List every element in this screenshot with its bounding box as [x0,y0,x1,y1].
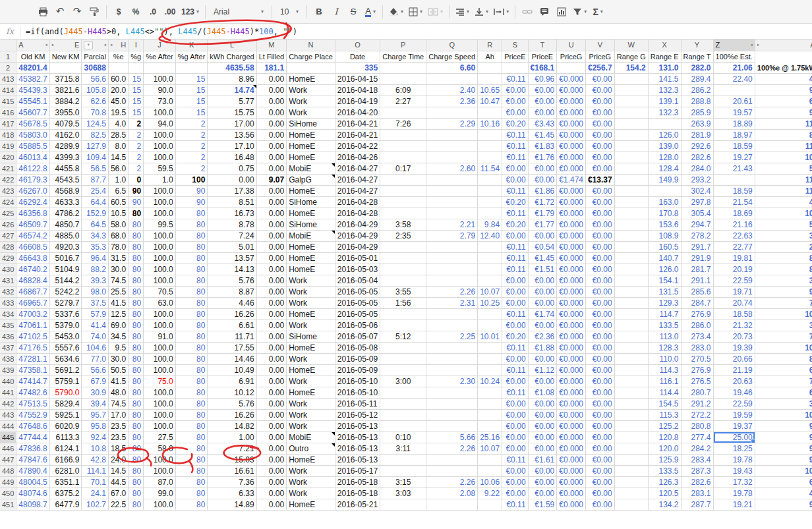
cell[interactable] [380,499,426,510]
cell[interactable]: €0.96 [528,73,557,84]
cell[interactable]: €0.00 [502,230,528,241]
cell[interactable]: 6.3 [755,387,812,398]
cell[interactable]: 88.2 [82,264,109,275]
cell[interactable] [478,387,502,398]
cell[interactable]: 95.8 [82,420,109,432]
cell[interactable]: €1.474 [557,174,586,185]
cell[interactable]: 126.0 [648,129,681,140]
cell[interactable]: 80 [175,476,208,487]
column-header-H[interactable]: ▸H [108,40,128,51]
cell[interactable]: 80 [175,409,208,420]
column-header-dropdown[interactable]: ▾◂ [82,40,109,51]
cell[interactable]: 163.0 [648,196,681,208]
vertical-align-icon[interactable]: ▾ [473,4,490,20]
cell[interactable]: SiHome [287,196,335,208]
cell[interactable]: €0.000 [557,387,586,398]
cell[interactable]: 47836.8 [16,443,49,454]
cell[interactable]: 8.51 [208,196,256,208]
cell[interactable]: 100.0 [144,264,176,275]
cell[interactable]: 0.00 [256,432,287,443]
cell[interactable]: €1.51 [528,264,557,275]
cell[interactable]: 46122.8 [16,163,49,174]
cell[interactable]: €0.000 [557,252,586,264]
cell[interactable]: 46179.3 [16,174,49,185]
cell[interactable] [614,297,648,308]
cell[interactable]: €0.000 [557,342,586,353]
cell[interactable]: Work [287,398,335,409]
cell[interactable]: HomeE [287,208,335,219]
cell[interactable]: €0.00 [528,174,557,185]
cell[interactable]: 19.78 [713,454,755,465]
cell[interactable]: 2016-05-13 [335,454,380,465]
cell[interactable]: 9.6 [755,84,812,96]
cell[interactable]: €0.00 [585,275,614,286]
cell[interactable] [380,152,426,163]
cell[interactable]: €0.000 [557,107,586,118]
functions-icon[interactable]: Σ▾ [590,4,606,20]
cell[interactable]: 98.0 [82,286,109,297]
cell[interactable]: €0.00 [528,476,557,487]
cell[interactable]: Work [287,275,335,286]
decrease-decimals-button[interactable]: .0 [145,4,161,20]
cell[interactable]: 2016-04-27 [335,174,380,185]
cell[interactable]: 5279.7 [49,297,82,308]
cell[interactable]: €1.88 [528,342,557,353]
cell[interactable]: 80 [175,208,208,219]
cell[interactable] [380,275,426,286]
cell[interactable]: €3.43 [528,118,557,129]
cell[interactable]: 100.0 [144,241,176,252]
cell[interactable]: 10.9 [755,342,812,353]
cell[interactable]: 4786.2 [49,208,82,219]
cell[interactable]: 284.0 [681,163,713,174]
cell[interactable]: 14.82 [208,420,256,432]
row-header-417[interactable]: 417 [0,118,16,129]
cell[interactable]: 18.97 [713,129,755,140]
cell[interactable]: 285.9 [681,107,713,118]
column-title[interactable]: %e After [144,51,176,62]
cell[interactable]: €0.00 [502,297,528,308]
cell[interactable]: 100.0 [144,73,176,84]
cell[interactable]: 2.08 [426,487,478,499]
cell[interactable]: 47482.6 [16,387,49,398]
cell[interactable]: €0.00 [502,376,528,387]
cell[interactable]: 5829.4 [49,398,82,409]
cell[interactable]: 2.26 [426,443,478,454]
total-cell[interactable] [108,62,128,73]
cell[interactable]: 2016-05-21 [335,499,380,510]
cell[interactable]: 80 [129,241,144,252]
cell[interactable]: 22.40 [713,73,755,84]
cell[interactable]: Work [287,297,335,308]
cell[interactable] [426,420,478,432]
total-cell[interactable]: 154.2 [614,62,648,73]
row-header-450[interactable]: 450 [0,487,16,499]
column-header-V[interactable]: V [585,40,614,51]
total-cell[interactable] [380,62,426,73]
hidden-columns-right-arrow-icon[interactable]: ▸ [757,40,760,50]
row-header-443[interactable]: 443 [0,409,16,420]
cell[interactable]: 160.5 [648,241,681,252]
cell[interactable]: 11.1 [755,140,812,152]
cell[interactable]: 4289.9 [49,140,82,152]
cell[interactable]: €1.12 [528,364,557,376]
cell[interactable]: 272.2 [681,409,713,420]
cell[interactable]: €0.000 [557,84,586,96]
cell[interactable]: €0.20 [502,331,528,342]
increase-decimals-button[interactable]: .00 [162,4,178,20]
cell[interactable]: 0.00 [256,320,287,331]
cell[interactable]: €0.000 [557,398,586,409]
cell[interactable]: 21.16 [713,219,755,230]
row-header-449[interactable]: 449 [0,476,16,487]
cell[interactable]: 80 [175,454,208,465]
cell[interactable]: 2016-04-21 [335,129,380,140]
cell[interactable]: 2016-05-09 [335,353,380,364]
cell[interactable]: SiHome [287,219,335,230]
cell[interactable]: 16.26 [208,409,256,420]
total-cell[interactable] [175,62,208,73]
cell[interactable]: 170.8 [648,208,681,219]
cell[interactable] [380,174,426,185]
cell[interactable]: 2.26 [426,476,478,487]
cell[interactable] [426,465,478,476]
cell[interactable]: 34.5 [108,331,128,342]
cell[interactable]: 2016-05-12 [335,409,380,420]
total-cell[interactable]: 6.60 [426,62,478,73]
